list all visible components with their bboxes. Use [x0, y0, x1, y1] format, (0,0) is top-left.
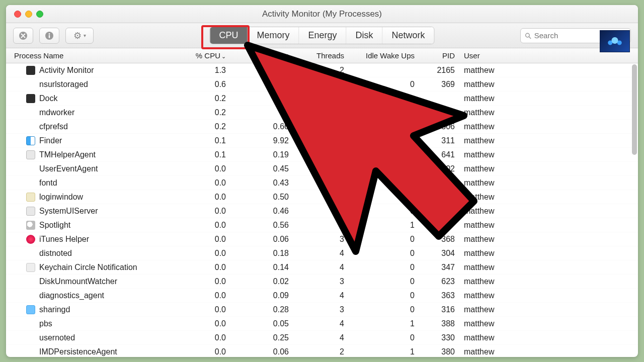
search-icon	[525, 32, 531, 39]
cell-threads: 3	[293, 305, 348, 314]
table-row[interactable]: loginwindow0.00.50matthew	[6, 190, 638, 204]
cell-cpu: 0.2	[172, 94, 230, 103]
app-icon	[26, 164, 35, 173]
stop-process-button[interactable]	[13, 28, 33, 44]
minimize-button[interactable]	[25, 11, 32, 18]
table-row[interactable]: diagnostics_agent0.00.0940363matthew	[6, 289, 638, 303]
cell-user: matthew	[459, 235, 524, 244]
tab-disk[interactable]: Disk	[347, 27, 383, 44]
toolbar: ⚙ ▾ CPUMemoryEnergyDiskNetwork	[6, 23, 638, 48]
process-name: IMDPersistenceAgent	[39, 347, 117, 356]
table-row[interactable]: pbs0.00.0541388matthew	[6, 317, 638, 331]
col-threads[interactable]: Threads	[293, 51, 348, 60]
table-row[interactable]: Spotlight0.00.5681matthew	[6, 218, 638, 232]
cell-cpu: 0.0	[172, 277, 230, 286]
cell-threads: 4	[293, 291, 348, 300]
cell-cpu: 0.0	[172, 333, 230, 342]
sort-indicator-icon: ⌄	[221, 53, 226, 59]
tab-energy[interactable]: Energy	[299, 27, 346, 44]
app-icon	[26, 207, 35, 216]
app-icon	[26, 347, 35, 356]
svg-line-5	[529, 36, 530, 38]
cell-threads: 3	[293, 277, 348, 286]
table-row[interactable]: Dock0.2matthew	[6, 92, 638, 106]
cell-pid: 369	[419, 80, 459, 89]
cell-idle: 0	[348, 333, 419, 342]
cell-threads: 3	[293, 235, 348, 244]
table-row[interactable]: UserEventAgent0.00.45302matthew	[6, 162, 638, 176]
table-row[interactable]: sharingd0.00.2830316matthew	[6, 303, 638, 317]
cell-cpu: 0.0	[172, 291, 230, 300]
cell-pid: 347	[419, 263, 459, 272]
chevron-down-icon: ▾	[84, 33, 86, 38]
settings-menu-button[interactable]: ⚙ ▾	[65, 28, 94, 44]
app-icon	[26, 263, 35, 272]
scrollbar[interactable]	[632, 63, 637, 357]
cell-threads: 4	[293, 319, 348, 328]
cell-cpu: 0.0	[172, 249, 230, 258]
cell-pid: 302	[419, 164, 459, 173]
cell-time: 9.92	[230, 136, 293, 145]
table-row[interactable]: fontd0.00.43matthew	[6, 176, 638, 190]
col-user[interactable]: User	[459, 51, 524, 60]
process-name: cfprefsd	[39, 122, 68, 131]
cell-time: 0.25	[230, 333, 293, 342]
cell-time: 0.28	[230, 305, 293, 314]
table-row[interactable]: usernoted0.00.2540330matthew	[6, 331, 638, 345]
cell-cpu: 0.0	[172, 263, 230, 272]
process-name: sharingd	[39, 305, 70, 314]
table-row[interactable]: iTunes Helper0.00.0630368matthew	[6, 232, 638, 246]
cell-time: 0.05	[230, 319, 293, 328]
cell-user: matthew	[459, 221, 524, 230]
table-row[interactable]: Finder0.19.921311matthew	[6, 134, 638, 148]
tab-memory[interactable]: Memory	[248, 27, 299, 44]
cell-user: matthew	[459, 66, 524, 75]
process-name: usernoted	[39, 333, 75, 342]
app-icon	[26, 319, 35, 328]
table-row[interactable]: distnoted0.00.1840304matthew	[6, 246, 638, 260]
cell-idle: 1	[348, 319, 419, 328]
cell-threads: 4	[293, 249, 348, 258]
zoom-button[interactable]	[36, 11, 43, 18]
cell-user: matthew	[459, 80, 524, 89]
cell-user: matthew	[459, 108, 524, 117]
process-list[interactable]: Activity Monitor1.322165matthewnsurlstor…	[6, 63, 638, 357]
info-button[interactable]	[39, 28, 59, 44]
table-row[interactable]: IMDPersistenceAgent0.00.0621380matthew	[6, 345, 638, 357]
process-name: Spotlight	[39, 221, 70, 230]
cell-user: matthew	[459, 333, 524, 342]
table-row[interactable]: DiskUnmountWatcher0.00.0230623matthew	[6, 275, 638, 289]
table-row[interactable]: Keychain Circle Notification0.00.1440347…	[6, 260, 638, 275]
col-idle-wakeups[interactable]: Idle Wake Ups	[348, 51, 419, 60]
table-row[interactable]: nsurlstoraged0.60369matthew	[6, 77, 638, 92]
scroll-thumb[interactable]	[632, 64, 637, 155]
cell-time: 0.09	[230, 291, 293, 300]
column-headers: Process Name % CPU⌄ CPU Time Threads Idl…	[6, 48, 638, 63]
app-icon	[26, 333, 35, 342]
cell-cpu: 0.0	[172, 178, 230, 188]
cell-cpu: 0.0	[172, 305, 230, 314]
cell-time: 0.66	[230, 122, 293, 131]
cell-pid: 2165	[419, 66, 459, 75]
close-button[interactable]	[14, 11, 21, 18]
table-row[interactable]: Activity Monitor1.322165matthew	[6, 63, 638, 77]
table-row[interactable]: SystemUIServer0.00.460matthew	[6, 204, 638, 218]
col-cpu-percent[interactable]: % CPU⌄	[172, 51, 230, 60]
cell-user: matthew	[459, 263, 524, 272]
tab-network[interactable]: Network	[383, 27, 434, 44]
app-icon	[26, 94, 35, 103]
col-process-name[interactable]: Process Name	[6, 51, 172, 60]
cell-idle: 0	[348, 277, 419, 286]
col-pid[interactable]: PID	[419, 51, 459, 60]
table-row[interactable]: cfprefsd0.20.66306matthew	[6, 120, 638, 134]
table-row[interactable]: TMHelperAgent0.10.19641matthew	[6, 148, 638, 162]
cell-user: matthew	[459, 347, 524, 356]
svg-point-2	[49, 33, 50, 35]
cell-time: 0.06	[230, 347, 293, 356]
table-row[interactable]: mdworker0.20.matthew	[6, 106, 638, 120]
col-cpu-time[interactable]: CPU Time	[230, 51, 293, 60]
cell-user: matthew	[459, 150, 524, 159]
app-icon	[26, 193, 35, 202]
process-name: nsurlstoraged	[39, 80, 88, 89]
cell-pid: 304	[419, 249, 459, 258]
